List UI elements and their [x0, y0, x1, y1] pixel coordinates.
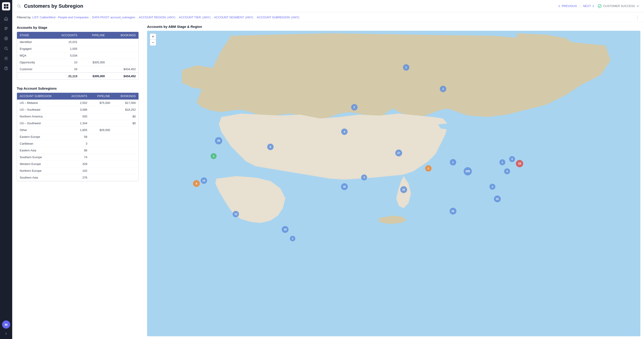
map-marker-pnw-1[interactable]: 1	[211, 153, 216, 159]
map-marker-fl-50[interactable]: 50	[494, 196, 501, 202]
subregion-cell: US – Southeast	[17, 106, 63, 113]
svg-point-8	[6, 38, 7, 39]
customer-success-menu[interactable]: CUSTOMER SUCCESS	[598, 4, 640, 8]
table-row[interactable]: Engaged 1,005	[17, 46, 138, 52]
accounts-cell: 86	[63, 147, 90, 154]
zoom-in-button[interactable]: +	[150, 34, 156, 40]
map-marker-ne-5[interactable]: 5	[504, 168, 510, 174]
col-bookings: BOOKINGS	[108, 32, 138, 39]
filter-subregion-link[interactable]: ACCOUNT SUBREGION: (ANY)	[256, 16, 299, 19]
prev-button[interactable]: PREVIOUS	[558, 4, 577, 8]
sidebar-item-help[interactable]	[2, 64, 10, 72]
sidebar-item-search[interactable]	[2, 44, 10, 52]
map-marker-la-55[interactable]: 55	[450, 208, 456, 214]
bookings-cell	[108, 46, 138, 52]
sidebar-item-reports[interactable]	[2, 24, 10, 32]
pipeline-cell	[80, 39, 108, 46]
list-item[interactable]: US – Southeast 3,086 $18,252	[17, 106, 138, 113]
subregion-cell: US – Southwest	[17, 120, 63, 127]
map-marker-montana-8[interactable]: 8	[267, 144, 274, 150]
pipeline-cell	[80, 52, 108, 59]
sidebar-expand-button[interactable]	[2, 330, 10, 337]
map-marker-mx-28[interactable]: 28	[282, 226, 288, 233]
list-item[interactable]: US – Southwest 1,344 $0	[17, 120, 138, 127]
search-header-icon[interactable]	[17, 4, 21, 8]
filter-list-link[interactable]: LIST: CaliberMind - People and Companies	[32, 16, 88, 19]
map-marker-dakotas-4[interactable]: 4	[341, 128, 348, 135]
map-marker-ne-red[interactable]: 16	[516, 160, 523, 167]
svg-point-14	[598, 4, 602, 8]
list-item[interactable]: Northern America 505 $0	[17, 113, 138, 120]
list-item[interactable]: US – Midwest 2,502 $75,000 $17,000	[17, 100, 138, 106]
table-row[interactable]: MQA 5,034	[17, 52, 138, 59]
map-marker-sf-orange[interactable]: 8	[193, 180, 200, 187]
svg-point-7	[4, 37, 8, 40]
map-marker-canada-1[interactable]: 1	[403, 64, 409, 70]
sidebar-item-settings[interactable]	[2, 54, 10, 62]
table-footer-row: 21,113 $305,000 $434,452	[17, 73, 138, 80]
reports-icon	[4, 26, 8, 31]
list-item[interactable]: Eastern Asia 86	[17, 147, 138, 154]
table-row[interactable]: Opportunity 10 $305,000	[17, 59, 138, 66]
map-marker-chicago-1[interactable]: 1	[450, 159, 456, 166]
right-column: Accounts by ABM Stage & Region	[144, 22, 644, 339]
sidebar-logo[interactable]	[2, 2, 10, 10]
accounts-cell: 33	[48, 66, 80, 73]
filter-tier-link[interactable]: ACCOUNT TIER: (ANY)	[179, 16, 210, 19]
next-button[interactable]: NEXT	[583, 4, 595, 8]
pipeline-cell	[80, 46, 108, 52]
map-marker-sf-blue[interactable]: 16	[201, 178, 207, 184]
map-marker-mn-27[interactable]: 27	[395, 150, 402, 156]
list-item[interactable]: Western Europe 329	[17, 161, 138, 168]
map-marker-iowa-1[interactable]: 1	[425, 165, 432, 172]
subregion-cell: Southern Asia	[17, 174, 63, 181]
map-marker-pnw-29[interactable]: 29	[215, 137, 222, 144]
zoom-out-button[interactable]: −	[150, 40, 156, 46]
list-item[interactable]: Northern Europe 102	[17, 168, 138, 174]
list-item[interactable]: Eastern Europe 58	[17, 134, 138, 140]
map-marker-canada-2a[interactable]: 2	[440, 86, 446, 92]
svg-point-13	[18, 4, 20, 7]
chevron-right-icon	[592, 4, 595, 8]
map-marker-ne-1-6[interactable]: 1	[500, 159, 505, 165]
user-avatar[interactable]: M	[2, 320, 10, 328]
list-item[interactable]: Southern Europe 74	[17, 154, 138, 161]
list-item[interactable]: Caribbean 3	[17, 140, 138, 147]
accounts-by-stage-table-wrapper: STAGE ACCOUNTS PIPELINE BOOKINGS Identif…	[17, 32, 139, 80]
map-marker-co-46[interactable]: 46	[341, 183, 348, 190]
bookings-cell	[113, 154, 138, 161]
table-row[interactable]: Customer 33 $434,452	[17, 66, 138, 73]
map-container[interactable]: + − 122291842711295161653503463055816122…	[147, 31, 640, 336]
chevron-left-icon	[558, 4, 561, 8]
sidebar-item-analytics[interactable]	[2, 34, 10, 42]
map-marker-se-3[interactable]: 3	[490, 184, 495, 190]
more-options-button[interactable]: ⋮	[636, 15, 640, 20]
accounts-by-stage-table: STAGE ACCOUNTS PIPELINE BOOKINGS Identif…	[17, 32, 138, 80]
sidebar-item-home[interactable]	[2, 14, 10, 23]
col-pipeline: PIPELINE	[80, 32, 108, 39]
list-item[interactable]: Southern Asia 276	[17, 174, 138, 181]
filter-segment-link[interactable]: ACCOUNT SEGMENT: (ANY)	[214, 16, 253, 19]
accounts-cell: 5,034	[48, 52, 80, 59]
pipeline-cell: $29,000	[90, 127, 113, 134]
filter-pivot-link[interactable]: DATA PIVOT: account_subregion	[92, 16, 135, 19]
accounts-cell: 10	[48, 59, 80, 66]
stage-cell: Identified	[17, 39, 48, 46]
filter-region-link[interactable]: ACCOUNT REGION: (ANY)	[139, 16, 175, 19]
subregion-cell: Caribbean	[17, 140, 63, 147]
accounts-cell: 1,344	[63, 120, 90, 127]
map-marker-tx-30[interactable]: 30	[400, 186, 407, 193]
list-item[interactable]: Other 1,855 $29,000	[17, 127, 138, 134]
bookings-cell: $434,452	[108, 66, 138, 73]
subregion-cell: Eastern Asia	[17, 147, 63, 154]
map-marker-az-3[interactable]: 3	[361, 174, 367, 180]
map-marker-ohio-295[interactable]: 295	[464, 167, 472, 176]
map-marker-mx-1[interactable]: 1	[290, 236, 295, 241]
map-marker-ne-6[interactable]: 6	[509, 156, 515, 162]
col-accounts: ACCOUNTS	[48, 32, 80, 39]
footer-accounts: 21,113	[48, 73, 80, 80]
logo-icon	[4, 4, 9, 9]
map-marker-canada-2b[interactable]: 2	[351, 104, 358, 110]
map-marker-la-12[interactable]: 12	[232, 211, 239, 217]
table-row[interactable]: Identified 15,031	[17, 39, 138, 46]
